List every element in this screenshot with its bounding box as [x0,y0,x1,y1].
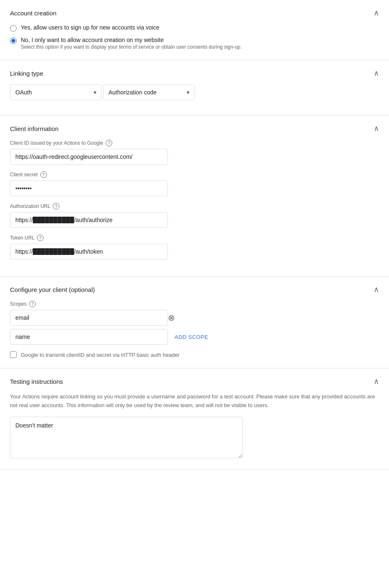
radio-item-no: No, I only want to allow account creatio… [10,37,379,50]
client-secret-help-icon[interactable]: ? [40,171,47,178]
client-information-chevron-icon[interactable]: ∧ [374,124,379,133]
account-creation-chevron-icon[interactable]: ∧ [374,8,379,17]
token-url-field: Token URL ? [10,235,379,259]
scope-name-input[interactable] [10,329,168,345]
scope-name-row: ADD SCOPE [10,329,379,345]
scope-email-input[interactable] [10,310,168,326]
account-creation-title: Account creation [10,10,57,17]
client-id-label: Client ID issued by your Actions to Goog… [10,140,379,146]
configure-client-section: Configure your client (optional) ∧ Scope… [0,277,389,368]
linking-type-header: Linking type ∧ [10,69,379,78]
testing-instructions-header: Testing instructions ∧ [10,377,379,386]
linking-type-section: Linking type ∧ OAuth Authorization code [0,60,389,116]
account-creation-radio-group: Yes, allow users to sign up for new acco… [10,24,379,50]
testing-instructions-title: Testing instructions [10,378,63,385]
client-information-header: Client information ∧ [10,124,379,133]
auth-code-select[interactable]: Authorization code [103,84,194,100]
client-secret-field: Client secret ? [10,171,379,196]
account-creation-header: Account creation ∧ [10,8,379,17]
radio-no-sublabel: Select this option if you want to displa… [21,44,242,50]
basic-auth-checkbox[interactable] [10,351,17,358]
configure-client-title: Configure your client (optional) [10,286,95,293]
testing-instructions-chevron-icon[interactable]: ∧ [374,377,379,386]
basic-auth-checkbox-row: Google to transmit clientID and secret v… [10,351,379,358]
basic-auth-label: Google to transmit clientID and secret v… [21,352,180,358]
radio-no[interactable] [10,37,17,44]
oauth-select[interactable]: OAuth [10,84,101,100]
client-secret-label: Client secret ? [10,171,379,178]
radio-no-label: No, I only want to allow account creatio… [21,37,242,43]
token-url-help-icon[interactable]: ? [37,235,44,241]
scopes-label: Scopes ? [10,301,379,307]
token-url-label: Token URL ? [10,235,379,241]
scopes-field: Scopes ? ⊗ ADD SCOPE [10,301,379,345]
scopes-help-icon[interactable]: ? [29,301,36,307]
oauth-select-wrapper: OAuth [10,84,101,100]
linking-type-title: Linking type [10,70,43,77]
client-information-section: Client information ∧ Client ID issued by… [0,116,389,277]
token-url-input[interactable] [10,244,168,259]
client-secret-input[interactable] [10,180,168,196]
testing-instructions-description: Your Actions require account linking so … [10,393,379,410]
radio-item-yes: Yes, allow users to sign up for new acco… [10,24,379,32]
radio-yes[interactable] [10,25,17,32]
testing-instructions-section: Testing instructions ∧ Your Actions requ… [0,368,389,470]
radio-yes-label: Yes, allow users to sign up for new acco… [21,24,159,31]
client-id-help-icon[interactable]: ? [106,140,112,146]
configure-client-chevron-icon[interactable]: ∧ [374,285,379,294]
auth-code-select-wrapper: Authorization code [103,84,194,100]
auth-url-label: Authorization URL ? [10,203,379,210]
auth-url-field: Authorization URL ? [10,203,379,228]
auth-url-input[interactable] [10,212,168,228]
account-creation-section: Account creation ∧ Yes, allow users to s… [0,0,389,60]
configure-client-header: Configure your client (optional) ∧ [10,285,379,294]
add-scope-button[interactable]: ADD SCOPE [168,330,215,344]
scope-email-row: ⊗ [10,310,379,326]
linking-type-chevron-icon[interactable]: ∧ [374,69,379,78]
client-information-title: Client information [10,125,59,132]
client-id-input[interactable] [10,149,168,165]
scope-email-remove-icon[interactable]: ⊗ [168,313,175,323]
auth-url-help-icon[interactable]: ? [53,203,59,210]
client-id-field: Client ID issued by your Actions to Goog… [10,140,379,165]
testing-instructions-textarea[interactable]: Doesn't matter [10,417,243,458]
